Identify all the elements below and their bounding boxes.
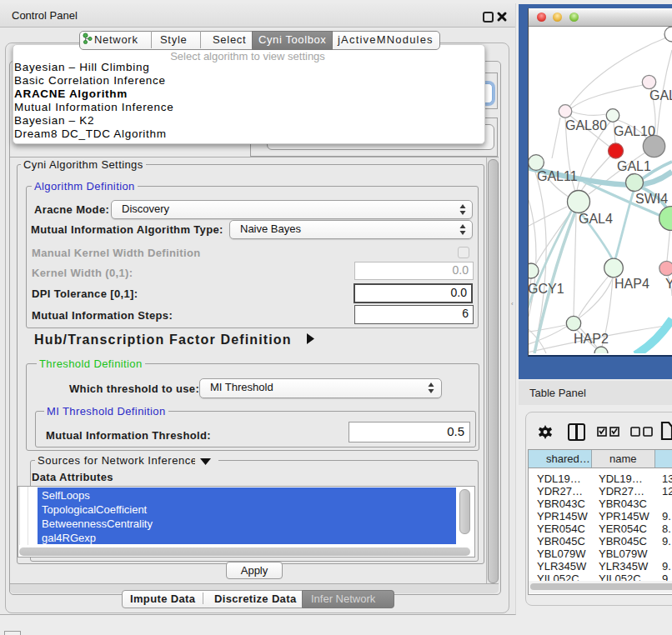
svg-text:GAL4: GAL4 [579,212,613,226]
svg-text:GAL1: GAL1 [617,159,651,173]
svg-text:HAP2: HAP2 [574,332,609,346]
svg-text:GAL11: GAL11 [537,169,578,183]
svg-text:Y: Y [665,277,672,291]
svg-text:SWI4: SWI4 [635,192,668,206]
svg-text:GCY1: GCY1 [529,282,564,296]
svg-text:HAP4: HAP4 [614,277,649,291]
svg-text:GAL80: GAL80 [565,118,607,132]
svg-text:GAL: GAL [649,88,672,102]
svg-text:GAL10: GAL10 [614,124,655,138]
